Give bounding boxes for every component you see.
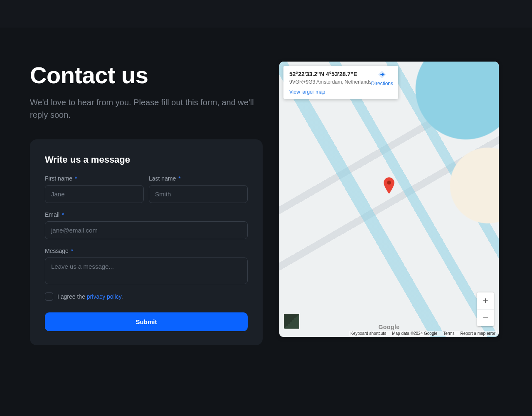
email-field: Email *: [45, 211, 248, 239]
message-textarea[interactable]: [45, 258, 248, 284]
svg-point-0: [387, 181, 391, 184]
first-name-label: First name *: [45, 175, 144, 182]
last-name-label-text: Last name: [149, 175, 176, 182]
report-error-link[interactable]: Report a map error: [461, 331, 495, 336]
consent-text: I agree the privacy policy.: [57, 293, 123, 300]
zoom-in-button[interactable]: +: [477, 292, 494, 309]
contact-form-card: Write us a message First name * Last nam…: [30, 139, 263, 345]
directions-label: Directions: [371, 81, 393, 87]
email-label-text: Email: [45, 211, 59, 218]
satellite-toggle[interactable]: [283, 313, 300, 329]
map-data-label: Map data ©2024 Google: [392, 331, 437, 336]
page-content: Contact us We'd love to hear from you. P…: [0, 28, 532, 345]
view-larger-map-link[interactable]: View larger map: [289, 89, 392, 95]
message-label: Message *: [45, 248, 248, 254]
map-tiles[interactable]: [279, 62, 499, 337]
zoom-out-button[interactable]: −: [477, 310, 494, 326]
last-name-label: Last name *: [149, 175, 248, 182]
required-marker: *: [71, 248, 73, 254]
required-marker: *: [62, 211, 64, 218]
top-bar: [0, 0, 532, 28]
directions-icon: [377, 70, 387, 79]
right-column: 52°22'33.2"N 4°53'28.7"E 9VGR+9G3 Amster…: [279, 62, 499, 345]
form-title: Write us a message: [45, 154, 248, 165]
terms-link[interactable]: Terms: [443, 331, 454, 336]
directions-button[interactable]: Directions: [371, 70, 393, 87]
required-marker: *: [75, 175, 77, 182]
first-name-field: First name *: [45, 175, 144, 203]
submit-button[interactable]: Submit: [45, 312, 248, 331]
privacy-policy-link[interactable]: privacy policy: [87, 293, 121, 300]
message-label-text: Message: [45, 248, 69, 254]
page-title: Contact us: [30, 62, 263, 89]
email-input[interactable]: [45, 221, 248, 239]
consent-suffix: .: [121, 293, 123, 300]
consent-row: I agree the privacy policy.: [45, 292, 248, 301]
last-name-field: Last name *: [149, 175, 248, 203]
required-marker: *: [178, 175, 180, 182]
first-name-input[interactable]: [45, 185, 144, 203]
consent-checkbox[interactable]: [45, 292, 53, 301]
zoom-controls: + −: [477, 292, 494, 326]
map[interactable]: 52°22'33.2"N 4°53'28.7"E 9VGR+9G3 Amster…: [279, 62, 499, 337]
map-pin-icon: [383, 177, 395, 194]
left-column: Contact us We'd love to hear from you. P…: [30, 62, 263, 345]
google-logo: Google: [378, 324, 399, 330]
name-row: First name * Last name *: [45, 175, 248, 203]
keyboard-shortcuts-link[interactable]: Keyboard shortcuts: [350, 331, 386, 336]
map-info-card: 52°22'33.2"N 4°53'28.7"E 9VGR+9G3 Amster…: [283, 66, 398, 99]
email-row: Email *: [45, 211, 248, 239]
last-name-input[interactable]: [149, 185, 248, 203]
map-footer: Keyboard shortcuts Map data ©2024 Google…: [349, 331, 497, 336]
consent-prefix: I agree the: [57, 293, 87, 300]
page-subtitle: We'd love to hear from you. Please fill …: [30, 96, 254, 121]
email-label: Email *: [45, 211, 248, 218]
first-name-label-text: First name: [45, 175, 72, 182]
message-field: Message *: [45, 248, 248, 284]
message-row: Message *: [45, 248, 248, 284]
